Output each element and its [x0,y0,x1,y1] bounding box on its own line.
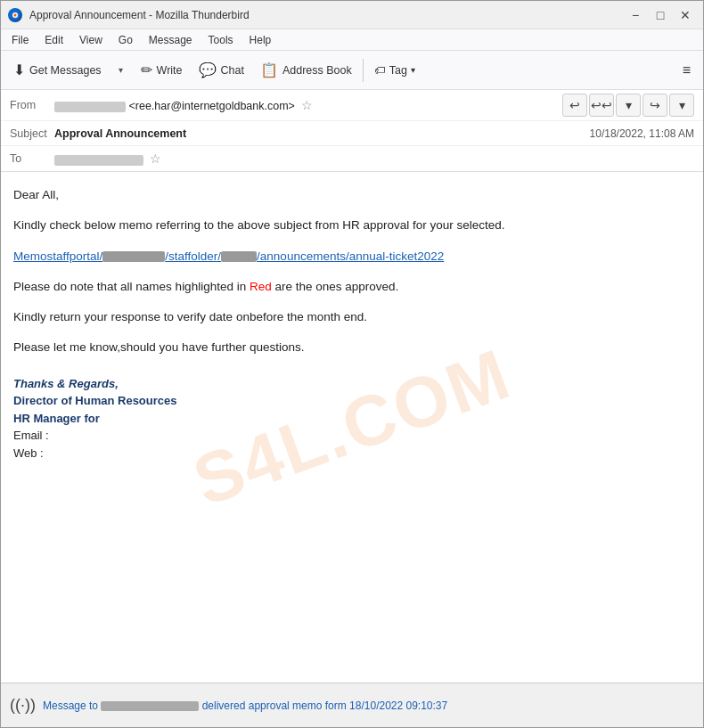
questions-text: Please let me know,should you have furth… [13,340,304,354]
from-email: <ree.har@internetgoldbank.com> [128,100,294,112]
status-message: Message to delivered approval memo form … [43,699,694,712]
from-label: From [10,99,54,111]
sig-email-row: Email : [13,427,691,445]
response-text: Kindly return your response to verify da… [13,310,367,323]
greeting-paragraph: Dear All, [13,186,691,204]
chat-button[interactable]: 💬 Chat [192,57,251,83]
email-action-buttons: ↩ ↩↩ ▾ ↪ ▾ [562,94,694,117]
write-icon: ✏ [141,61,152,78]
chat-icon: 💬 [199,61,217,78]
to-redacted [54,155,143,166]
to-row: To ☆ [1,146,703,171]
sig-web-row: Web : [13,445,691,462]
link-part3: /staffolder/ [165,249,221,263]
chat-label: Chat [221,64,244,77]
para2-suffix: are the ones approved. [272,280,399,293]
from-row: From <ree.har@internetgoldbank.com> ☆ ↩ … [1,90,703,121]
svg-point-2 [14,13,17,16]
link-part5: /announcements/annual-ticket2022 [257,249,444,263]
menu-bar: File Edit View Go Message Tools Help [1,29,703,51]
status-bar: ((·)) Message to delivered approval memo… [1,683,703,727]
sig-line3: HR Manager for [13,410,691,428]
menu-message[interactable]: Message [142,32,200,48]
to-value: ☆ [54,151,694,166]
greeting-text: Dear All, [13,188,59,201]
address-book-label: Address Book [282,64,352,77]
tag-dropdown-icon: ▾ [411,65,415,75]
get-messages-button[interactable]: ⬇ Get Messages [6,57,109,83]
title-bar: Approval Announcement - Mozilla Thunderb… [1,1,703,29]
write-button[interactable]: ✏ Write [134,57,190,83]
actions-more-button[interactable]: ▾ [669,94,694,117]
menu-help[interactable]: Help [242,32,279,48]
toolbar: ⬇ Get Messages ▾ ✏ Write 💬 Chat 📋 Addres… [1,51,703,90]
get-messages-icon: ⬇ [13,61,25,78]
highlighted-names-paragraph: Please do note that all names highlighte… [13,278,691,296]
address-book-button[interactable]: 📋 Address Book [253,57,359,83]
reply-button[interactable]: ↩ [562,94,587,117]
subject-value: Approval Announcement [54,127,590,140]
email-body: S4L.COM Dear All, Kindly check below mem… [1,172,703,683]
window-controls: − □ ✕ [625,5,696,25]
maximize-button[interactable]: □ [650,5,671,25]
menu-view[interactable]: View [72,32,110,48]
sig-line1: Thanks & Regards, [13,375,691,393]
address-book-icon: 📋 [260,61,278,78]
to-label: To [10,152,54,165]
status-redacted [101,701,199,711]
window-title: Approval Announcement - Mozilla Thunderb… [29,9,625,21]
more-actions-dropdown[interactable]: ▾ [616,94,641,117]
menu-tools[interactable]: Tools [201,32,241,48]
response-paragraph: Kindly return your response to verify da… [13,308,691,326]
intro-text: Kindly check below memo referring to the… [13,218,505,232]
status-prefix: Message to [43,699,101,712]
subject-label: Subject [10,127,54,140]
questions-paragraph: Please let me know,should you have furth… [13,339,691,356]
menu-go[interactable]: Go [111,32,140,48]
phishing-link[interactable]: Memostaffportal//staffolder//announcemen… [13,249,444,263]
from-star-icon[interactable]: ☆ [301,98,313,112]
write-label: Write [157,64,183,77]
from-value: <ree.har@internetgoldbank.com> ☆ [54,98,555,112]
status-suffix: delivered approval memo form 18/10/2022 … [199,699,447,712]
sig-web-label: Web : [13,446,44,460]
reply-all-button[interactable]: ↩↩ [589,94,614,117]
from-name-redacted [54,102,126,112]
close-button[interactable]: ✕ [675,5,696,25]
menu-edit[interactable]: Edit [37,32,70,48]
tag-label: Tag [389,64,407,77]
sig-email-label: Email : [13,429,49,442]
link-redacted-2 [221,251,257,262]
app-icon [8,8,22,22]
link-part1: Memostaffportal/ [13,249,102,263]
hamburger-menu-button[interactable]: ≡ [675,58,698,83]
signature-block: Thanks & Regards, Director of Human Reso… [13,375,691,462]
subject-value-container: Approval Announcement 10/18/2022, 11:08 … [54,127,694,140]
sig-hr-prefix: HR Manager for [13,412,100,425]
sig-line2: Director of Human Resources [13,392,691,410]
tag-icon: 🏷 [374,64,386,77]
thunderbird-window: Approval Announcement - Mozilla Thunderb… [0,0,704,728]
link-paragraph: Memostaffportal//staffolder//announcemen… [13,248,691,266]
wifi-icon: ((·)) [10,696,36,715]
get-messages-label: Get Messages [29,64,102,77]
tag-button[interactable]: 🏷 Tag ▾ [367,61,422,80]
menu-file[interactable]: File [4,32,36,48]
para2-prefix: Please do note that all names highlighte… [13,280,250,293]
minimize-button[interactable]: − [625,5,646,25]
to-star-icon[interactable]: ☆ [150,151,161,166]
red-text: Red [250,280,272,293]
get-messages-dropdown[interactable]: ▾ [111,58,132,83]
toolbar-separator [363,59,364,82]
email-timestamp: 10/18/2022, 11:08 AM [590,127,694,140]
forward-button[interactable]: ↪ [643,94,667,117]
subject-row: Subject Approval Announcement 10/18/2022… [1,121,703,146]
intro-paragraph: Kindly check below memo referring to the… [13,217,691,234]
email-header: From <ree.har@internetgoldbank.com> ☆ ↩ … [1,90,703,172]
link-redacted-1 [102,251,165,262]
